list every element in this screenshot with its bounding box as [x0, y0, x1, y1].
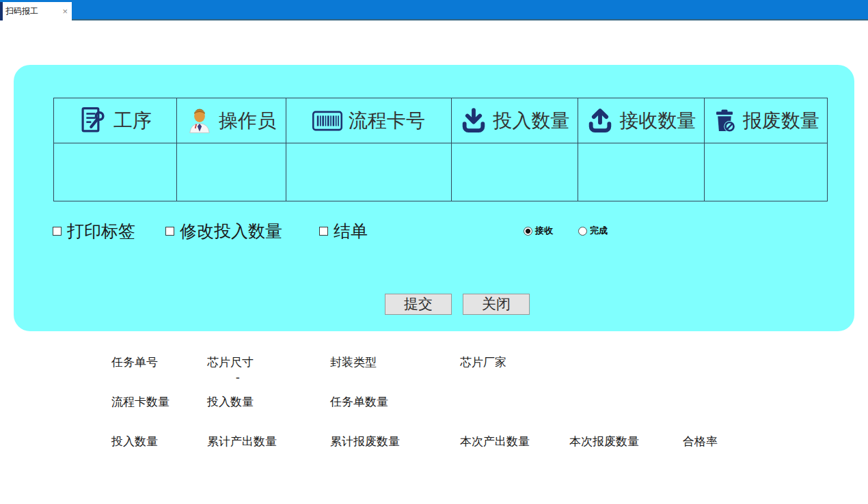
label-card-qty: 流程卡数量 — [111, 394, 169, 410]
label-total-scrap-qty: 累计报废数量 — [330, 434, 400, 449]
receive-radio[interactable] — [524, 227, 532, 236]
operator-avatar-icon — [187, 105, 213, 137]
label-pass-rate: 合格率 — [683, 434, 718, 449]
tab-title: 扫码报工 — [5, 5, 38, 17]
col-header-operator: 操作员 — [177, 98, 286, 143]
submit-button[interactable]: 提交 — [385, 294, 452, 315]
cell-process — [54, 143, 177, 201]
label-this-scrap-qty: 本次报废数量 — [569, 434, 639, 449]
col-header-receive-qty: 接收数量 — [578, 98, 705, 143]
cell-operator — [177, 143, 286, 201]
close-button[interactable]: 关闭 — [463, 294, 530, 315]
label-total-output-qty: 累计产出数量 — [207, 434, 277, 449]
close-order-checkbox[interactable] — [319, 227, 328, 236]
complete-radio-row[interactable]: 完成 — [578, 225, 608, 236]
label-task-order-qty: 任务单数量 — [330, 394, 388, 410]
modify-input-qty-checkbox-label: 修改投入数量 — [180, 220, 282, 242]
browser-tab[interactable]: 扫码报工 × — [0, 2, 72, 20]
tab-close-icon[interactable]: × — [62, 7, 68, 16]
col-header-input-qty: 投入数量 — [452, 98, 578, 143]
cell-input-qty — [452, 143, 578, 201]
cell-receive-qty — [578, 143, 705, 201]
print-label-checkbox[interactable] — [53, 227, 62, 236]
col-header-receive-qty-label: 接收数量 — [620, 108, 696, 134]
close-order-checkbox-row[interactable]: 结单 — [319, 220, 368, 242]
label-input-qty-2: 投入数量 — [207, 394, 254, 410]
col-header-process: 工序 — [54, 98, 177, 143]
label-chip-maker: 芯片厂家 — [460, 354, 506, 370]
work-report-table: 工序 — [53, 98, 828, 201]
col-header-card-no-label: 流程卡号 — [349, 108, 425, 134]
label-package-type: 封装类型 — [330, 354, 377, 370]
receive-radio-row[interactable]: 接收 — [524, 225, 553, 236]
download-tray-icon — [460, 107, 487, 135]
col-header-operator-label: 操作员 — [219, 108, 276, 134]
col-header-scrap-qty-label: 报废数量 — [743, 108, 819, 134]
complete-radio[interactable] — [578, 227, 587, 236]
col-header-process-label: 工序 — [113, 108, 152, 134]
close-order-checkbox-label: 结单 — [334, 220, 368, 242]
receive-radio-label: 接收 — [535, 225, 553, 237]
col-header-card-no: 流程卡号 — [286, 98, 452, 143]
label-this-output-qty: 本次产出数量 — [460, 434, 530, 449]
screen: 扫码报工 × — [0, 0, 868, 504]
table-header-row: 工序 — [54, 98, 828, 143]
cell-card-no — [286, 143, 452, 201]
print-label-checkbox-label: 打印标签 — [67, 220, 135, 242]
modify-input-qty-checkbox[interactable] — [165, 227, 174, 236]
print-label-checkbox-row[interactable]: 打印标签 — [53, 220, 135, 242]
col-header-input-qty-label: 投入数量 — [493, 108, 570, 134]
chip-size-dash: - — [236, 371, 240, 384]
trash-no-icon — [712, 107, 737, 135]
cell-scrap-qty — [705, 143, 828, 201]
process-document-wrench-icon — [79, 105, 107, 137]
table-row — [54, 143, 828, 201]
tab-bar: 扫码报工 × — [0, 0, 868, 20]
label-input-qty-3: 投入数量 — [111, 434, 158, 449]
tab-accent-stripe — [0, 2, 3, 20]
modify-input-qty-checkbox-row[interactable]: 修改投入数量 — [165, 220, 282, 242]
complete-radio-label: 完成 — [590, 225, 608, 237]
upload-tray-icon — [586, 107, 614, 135]
label-task-order-no: 任务单号 — [111, 354, 158, 370]
barcode-icon — [312, 111, 342, 131]
col-header-scrap-qty: 报废数量 — [705, 98, 828, 143]
label-chip-size: 芯片尺寸 — [207, 354, 254, 370]
